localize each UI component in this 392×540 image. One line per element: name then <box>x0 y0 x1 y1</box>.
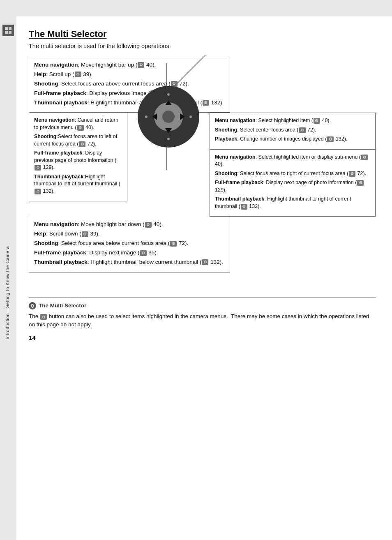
arrow-up-icon <box>165 100 172 105</box>
list-item: Menu navigation: Select highlighted item… <box>215 117 370 125</box>
dot-right <box>189 115 192 118</box>
list-item: Full-frame playback: Display next page o… <box>215 179 370 194</box>
list-item: Shooting: Select focus area below curren… <box>34 240 225 247</box>
right-top-list: Menu navigation: Select highlighted item… <box>215 117 370 143</box>
svg-rect-2 <box>5 31 8 34</box>
list-item: Thumbnail playback: Highlight thumbnail … <box>215 196 370 210</box>
sidebar-label: Introduction—Getting to Know the Camera <box>5 246 10 339</box>
selector-inner-ring <box>154 102 183 131</box>
list-item: Thumbnail playback:Highlight thumbnail t… <box>34 173 122 195</box>
list-item: Menu navigation: Cancel and return to pr… <box>34 117 122 131</box>
arrow-down-icon <box>165 128 172 133</box>
svg-rect-0 <box>5 27 8 30</box>
line-top <box>166 63 167 86</box>
list-item: Shooting: Select focus area to right of … <box>215 170 370 178</box>
selector-diagram <box>136 84 201 150</box>
list-item: Full-frame playback: Display previous pa… <box>34 150 122 171</box>
selector-outer-ring <box>138 86 199 148</box>
arrow-left-icon <box>152 113 157 120</box>
left-list: Menu navigation: Cancel and return to pr… <box>34 117 122 195</box>
bottom-section-box: Menu navigation: Move highlight bar down… <box>29 217 230 272</box>
right-bottom-section-box: Menu navigation: Select highlighted item… <box>210 150 376 217</box>
svg-rect-3 <box>9 31 12 34</box>
list-item: Playback: Change number of images displa… <box>215 136 370 143</box>
note-icon: Q <box>29 302 36 309</box>
footer-title: Q The Multi Selector <box>29 302 376 310</box>
selector-diagram-area <box>127 80 210 154</box>
dot-left <box>145 115 148 118</box>
svg-rect-1 <box>9 27 12 30</box>
sidebar-icon <box>2 25 14 36</box>
middle-row: Menu navigation: Cancel and return to pr… <box>29 113 376 217</box>
dot-top <box>167 93 170 96</box>
list-item: Help: Scroll down ( 39). <box>34 230 225 238</box>
sidebar: Introduction—Getting to Know the Camera <box>0 0 16 540</box>
list-item: Menu navigation: Select highlighted item… <box>215 154 370 168</box>
connector-svg <box>173 47 222 88</box>
footer-title-text: The Multi Selector <box>39 302 86 310</box>
footer-text: The button can also be used to select it… <box>29 312 376 329</box>
page-title: The Multi Selector <box>29 29 376 39</box>
right-bottom-list: Menu navigation: Select highlighted item… <box>215 154 370 210</box>
line-bottom <box>166 148 167 170</box>
right-boxes: Menu navigation: Select highlighted item… <box>210 113 376 217</box>
footer-note: Q The Multi Selector The button can also… <box>29 297 376 342</box>
list-item: Full-frame playback: Display next image … <box>34 249 225 257</box>
page-number: 14 <box>29 333 376 343</box>
main-content: The Multi Selector The multi selector is… <box>16 16 392 540</box>
left-section-box: Menu navigation: Cancel and return to pr… <box>29 113 127 201</box>
sidebar-text-container: Introduction—Getting to Know the Camera <box>0 45 15 540</box>
right-top-section-box: Menu navigation: Select highlighted item… <box>210 113 376 150</box>
bottom-list: Menu navigation: Move highlight bar down… <box>34 221 225 266</box>
selector-center <box>162 111 175 123</box>
list-item: Thumbnail playback: Highlight thumbnail … <box>34 258 225 266</box>
list-item: Shooting:Select focus area to left of cu… <box>34 133 122 148</box>
svg-line-4 <box>173 55 205 88</box>
list-item: Shooting: Select center focus area ( 72)… <box>215 127 370 134</box>
arrow-right-icon <box>180 113 185 120</box>
list-item: Menu navigation: Move highlight bar down… <box>34 221 225 228</box>
dot-bottom <box>167 138 170 140</box>
